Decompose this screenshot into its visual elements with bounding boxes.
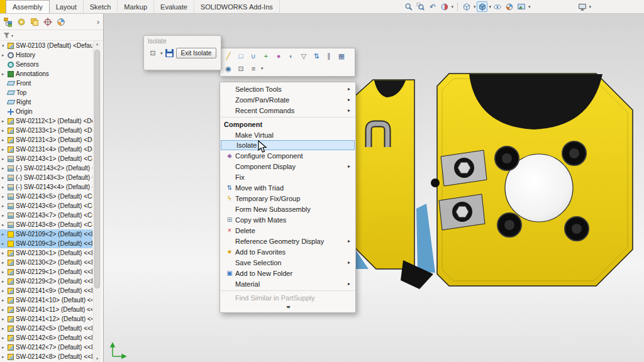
tree-item[interactable]: ▸SW-02141<10> (Default) <<De <box>0 295 92 305</box>
tree-item[interactable]: ▸SW-02143<5> (Default) <Com <box>0 192 92 201</box>
expand-icon[interactable]: ▸ <box>2 251 8 256</box>
menu-item-form-new-subassembly[interactable]: Form New Subassembly <box>220 204 355 214</box>
chevron-down-icon[interactable]: ▾ <box>474 4 476 9</box>
tree-item[interactable]: ▸SW-02130<1> (Default) <<Def <box>0 248 92 258</box>
move-triad-icon[interactable]: ⇅ <box>311 51 321 61</box>
menu-item-delete[interactable]: ×Delete <box>220 225 355 236</box>
chevron-down-icon[interactable]: ▾ <box>261 66 264 71</box>
tree-item[interactable]: ▸Annotations <box>0 69 92 79</box>
tree-scrollbar[interactable]: ▴ ▾ <box>93 41 101 362</box>
menu-item-make-virtual[interactable]: Make Virtual <box>220 129 355 140</box>
tree-item[interactable]: ▸SW-02112<1> (Default) <Defa <box>0 116 92 126</box>
menu-item-recent-commands[interactable]: Recent Commands▸ <box>220 105 355 116</box>
section-view-icon[interactable] <box>439 1 450 12</box>
collapse-icon[interactable]: ▾ <box>2 43 8 48</box>
tree-item[interactable]: ▸SW-02109<2> (Default) <<Def <box>0 229 92 239</box>
expand-icon[interactable]: ▸ <box>2 213 8 218</box>
expand-icon[interactable]: ▸ <box>2 317 8 322</box>
tree-item[interactable]: ▸SW-02142<5> (Default) <<Def <box>0 324 92 333</box>
menu-item-save-selection[interactable]: Save Selection▸ <box>220 257 355 268</box>
chevron-down-icon[interactable]: ▾ <box>160 51 163 56</box>
menu-item-reference-geometry-display[interactable]: Reference Geometry Display▸ <box>220 236 355 246</box>
display-style-icon[interactable] <box>477 1 487 12</box>
apply-scene-icon[interactable] <box>516 1 527 12</box>
expand-icon[interactable]: ▸ <box>2 194 8 199</box>
expand-icon[interactable]: ▸ <box>2 241 8 246</box>
external-list-icon[interactable]: ▦ <box>336 51 347 61</box>
expand-icon[interactable]: ▸ <box>2 128 8 133</box>
display-manager-icon[interactable] <box>55 16 67 28</box>
exit-isolate-button[interactable]: Exit Isolate <box>176 48 217 58</box>
save-icon[interactable] <box>165 49 174 57</box>
configuration-manager-icon[interactable] <box>29 16 40 28</box>
tree-item[interactable]: ▸SW-02143<6> (Default) <Com <box>0 201 92 211</box>
scroll-up-icon[interactable]: ▴ <box>94 41 101 47</box>
tree-item[interactable]: ▸SW-02130<2> (Default) <<Def <box>0 258 92 267</box>
tree-item[interactable]: ▸(-) SW-02143<3> (Default) <C <box>0 173 92 182</box>
zoom-to-fit-icon[interactable] <box>403 1 414 12</box>
expand-icon[interactable]: ▸ <box>2 185 8 190</box>
hide-component-icon[interactable]: ◉ <box>223 63 233 74</box>
isolate-mode-icon[interactable]: ⊡ <box>148 48 158 58</box>
tree-item[interactable]: ▸SW-02142<7> (Default) <<Def <box>0 343 92 352</box>
tree-item[interactable]: ▸SW-02142<8> (Default) <<Def <box>0 352 92 361</box>
expand-icon[interactable]: ▸ <box>2 119 8 124</box>
tab-assembly[interactable]: Assembly <box>6 0 50 13</box>
expand-icon[interactable]: ▸ <box>2 147 8 152</box>
expand-icon[interactable]: ▸ <box>2 156 8 162</box>
menu-item-material[interactable]: Material▸ <box>220 278 355 289</box>
menu-expand-chevron-icon[interactable]: ▾▾ <box>220 303 355 311</box>
tree-item[interactable]: ▸SW-02129<1> (Default) <<Def <box>0 267 92 277</box>
expand-icon[interactable]: ▸ <box>2 72 8 77</box>
tree-item[interactable]: ▸SW-02143<1> (Default) <Com <box>0 154 92 163</box>
tree-item[interactable]: Right <box>0 97 92 107</box>
scroll-down-icon[interactable]: ▾ <box>94 356 101 361</box>
open-part-icon[interactable]: □ <box>236 51 246 61</box>
tab-evaluate[interactable]: Evaluate <box>154 0 194 13</box>
expand-icon[interactable]: ▸ <box>2 53 8 58</box>
tree-item[interactable]: ▸SW-02141<12> (Default) <<De <box>0 314 92 324</box>
tree-root-item[interactable]: ▾ SW-02103 (Default) <Default_Displ <box>0 41 92 50</box>
chevron-down-icon[interactable]: ▾ <box>11 33 13 38</box>
tree-item[interactable]: ▸SW-02131<3> (Default) <Defa <box>0 135 92 145</box>
menu-item-find-similar-in-partsupply[interactable]: Find Similar in PartSupply <box>220 292 355 303</box>
chevron-down-icon[interactable]: ▾ <box>528 4 531 9</box>
isolate-icon[interactable]: ⊡ <box>236 63 246 74</box>
appearance-icon[interactable]: ● <box>274 51 284 61</box>
tab-sketch[interactable]: Sketch <box>84 0 118 13</box>
tree-item[interactable]: ▸SW-02141<11> (Default) <<De <box>0 305 92 314</box>
monitor-icon[interactable] <box>577 1 587 12</box>
edit-component-icon[interactable]: ╱ <box>223 51 233 61</box>
menu-item-temporary-fix-group[interactable]: ϟTemporary Fix/Group <box>220 193 355 204</box>
expand-icon[interactable]: ▸ <box>2 345 8 350</box>
expand-icon[interactable]: ▸ <box>2 138 8 143</box>
menu-item-isolate[interactable]: Isolate <box>221 140 355 150</box>
zoom-to-area-icon[interactable] <box>415 1 426 12</box>
menu-item-component-display[interactable]: Component Display▸ <box>220 161 355 172</box>
menu-item-copy-with-mates[interactable]: ⊞Copy with Mates <box>220 214 355 225</box>
tree-item[interactable]: Origin <box>0 107 92 116</box>
tree-item[interactable]: ▸History <box>0 50 92 60</box>
chevron-down-icon[interactable]: ▾ <box>589 4 591 9</box>
tree-item[interactable]: Front <box>0 79 92 88</box>
component-properties-icon[interactable]: ≡ <box>248 63 258 74</box>
tree-item[interactable]: ▸SW-02141<9> (Default) <<Def <box>0 286 92 295</box>
chevron-down-icon[interactable]: ▾ <box>451 4 453 9</box>
expand-icon[interactable]: ▸ <box>2 298 8 303</box>
menu-item-move-with-triad[interactable]: ⇅Move with Triad <box>220 182 355 193</box>
tree-item[interactable]: ▸(-) SW-02143<4> (Default) <C <box>0 182 92 192</box>
tree-item[interactable]: ▸SW-02131<4> (Default) <Defa <box>0 145 92 154</box>
tree-filter-row[interactable]: ▾ <box>0 30 103 41</box>
mate-icon[interactable]: ∪ <box>248 51 258 61</box>
tree-item[interactable]: ▸SW-02143<7> (Default) <Com <box>0 211 92 220</box>
expand-icon[interactable]: ▸ <box>2 166 8 171</box>
expand-icon[interactable]: ▸ <box>2 336 8 341</box>
expand-panel-icon[interactable]: › <box>97 18 101 26</box>
tree-item[interactable]: Sensors <box>0 60 92 69</box>
tab-markup[interactable]: Markup <box>118 0 154 13</box>
expand-icon[interactable]: ▸ <box>2 270 8 275</box>
menu-item-selection-tools[interactable]: Selection Tools▸ <box>220 84 355 94</box>
tree-item[interactable]: ▸SW-02133<1> (Default) <Defa <box>0 126 92 135</box>
expand-icon[interactable]: ▸ <box>2 354 8 359</box>
insert-component-icon[interactable]: + <box>261 51 271 61</box>
